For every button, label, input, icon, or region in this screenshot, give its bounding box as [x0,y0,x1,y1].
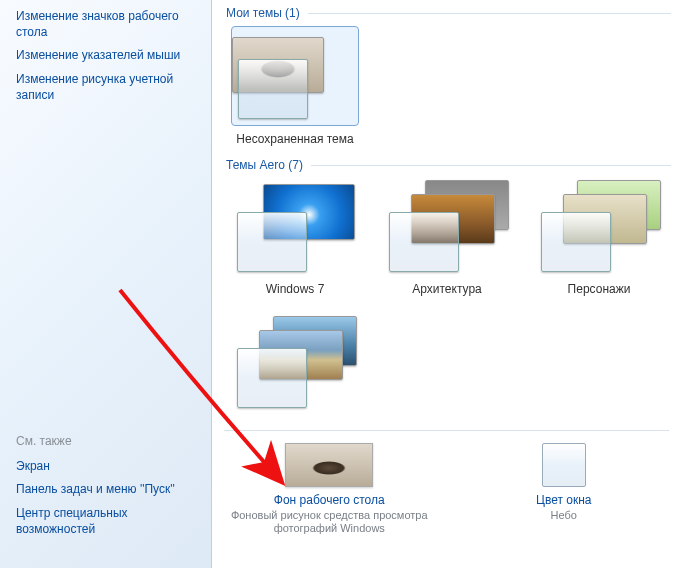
sidebar-link-desktop-icons[interactable]: Изменение значков рабочего стола [16,8,195,40]
theme-windows7-glass [237,212,307,272]
sidebar-link-pointers[interactable]: Изменение указателей мыши [16,47,195,63]
divider [308,13,671,14]
divider [311,165,671,166]
sidebar-top: Изменение значков рабочего стола Изменен… [16,8,195,110]
theme-char-glass [541,212,611,272]
section-aero: Темы Aero (7) [212,152,681,174]
desktop-background-preview[interactable] [285,443,373,487]
sidebar: Изменение значков рабочего стола Изменен… [0,0,212,568]
theme-unsaved-label: Несохраненная тема [236,132,353,146]
divider [224,430,669,431]
theme-architecture-label: Архитектура [412,282,482,296]
section-my-themes-label: Мои темы (1) [226,6,300,20]
theme-characters[interactable]: Персонажи [534,178,664,296]
sidebar-link-account-pic[interactable]: Изменение рисунка учетной записи [16,71,195,103]
window-color-link[interactable]: Цвет окна [536,493,591,507]
themes-my: Несохраненная тема [212,22,681,152]
desktop-background-item: Фон рабочего стола Фоновый рисунок средс… [229,443,429,535]
theme-arch-glass [389,212,459,272]
see-also-label: См. также [16,434,195,448]
theme-characters-label: Персонажи [568,282,631,296]
desktop-background-link[interactable]: Фон рабочего стола [274,493,385,507]
window-color-item: Цвет окна Небо [464,443,664,535]
section-aero-label: Темы Aero (7) [226,158,303,172]
desktop-background-desc: Фоновый рисунок средства просмотра фотог… [229,509,429,535]
sidebar-bottom: См. также Экран Панель задач и меню ''Пу… [16,434,195,560]
section-my-themes: Мои темы (1) [212,0,681,22]
theme-unsaved[interactable]: Несохраненная тема [230,26,360,146]
main-panel: Мои темы (1) Несохраненная тема Темы Aer… [212,0,681,568]
themes-aero: Windows 7 Архитектура Персонажи [212,174,681,424]
sidebar-link-display[interactable]: Экран [16,458,195,474]
theme-unsaved-glass [238,59,308,119]
theme-landscapes[interactable] [230,314,360,418]
window-color-desc: Небо [551,509,577,522]
theme-land-glass [237,348,307,408]
theme-windows7[interactable]: Windows 7 [230,178,360,296]
sidebar-link-taskbar[interactable]: Панель задач и меню ''Пуск'' [16,481,195,497]
sidebar-link-ease-access[interactable]: Центр специальных возможностей [16,505,195,537]
bottom-row: Фон рабочего стола Фоновый рисунок средс… [212,439,681,539]
theme-windows7-label: Windows 7 [266,282,325,296]
window-color-preview[interactable] [542,443,586,487]
theme-architecture[interactable]: Архитектура [382,178,512,296]
